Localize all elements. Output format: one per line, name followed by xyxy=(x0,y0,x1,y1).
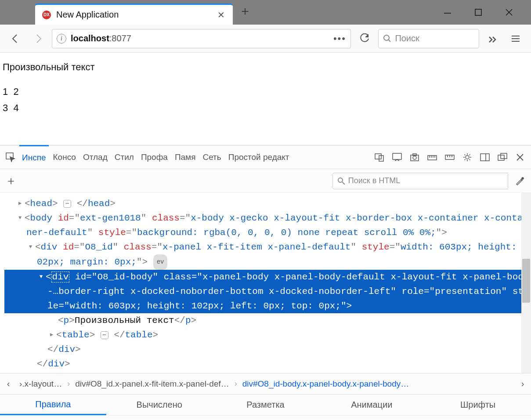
browser-search-box[interactable] xyxy=(378,29,479,48)
dom-node-div1-close[interactable]: </div> xyxy=(4,357,531,371)
svg-point-34 xyxy=(522,177,524,179)
browser-tab-strip: DX New Application ✕ ＋ xyxy=(0,0,439,25)
devtools-tab-inspector[interactable]: Инспе xyxy=(19,145,49,169)
search-icon xyxy=(383,34,390,43)
subtab-layout[interactable]: Разметка xyxy=(213,395,319,415)
window-maximize-button[interactable] xyxy=(470,4,487,21)
dom-tree[interactable]: ▶<head> ⋯ </head> ▼<body id="ext-gen1018… xyxy=(0,193,531,373)
disclosure-triangle-icon[interactable]: ▼ xyxy=(40,270,46,284)
breadcrumb-item-active[interactable]: div#O8_id-body.x-panel-body.x-panel-body… xyxy=(239,379,413,389)
new-tab-button[interactable]: ＋ xyxy=(233,3,257,22)
window-minimize-button[interactable] xyxy=(439,4,456,21)
breadcrumb-item[interactable]: ›.x-layout… xyxy=(16,379,65,389)
breadcrumb-item[interactable]: div#O8_id.x-panel.x-fit-item.x-panel-def… xyxy=(72,379,233,389)
nav-forward-button[interactable] xyxy=(29,29,47,48)
dom-node-div1[interactable]: ▼<div id="O8_id" class="x-panel x-fit-it… xyxy=(4,240,531,270)
disclosure-triangle-icon[interactable]: ▶ xyxy=(18,196,25,211)
svg-rect-10 xyxy=(375,154,381,159)
undock-window-icon[interactable] xyxy=(497,152,508,163)
tab-favicon-icon: DX xyxy=(42,11,51,19)
tab-title: New Application xyxy=(56,10,216,20)
settings-gear-icon[interactable] xyxy=(462,152,473,163)
html-search-box[interactable] xyxy=(332,173,508,189)
site-info-icon[interactable]: i xyxy=(57,34,66,43)
svg-rect-26 xyxy=(480,154,489,161)
devtools-panel: Инспе Консо Отлад Стил Профа Памя Сеть П… xyxy=(0,145,531,420)
responsive-mode-icon[interactable] xyxy=(374,152,385,163)
dock-side-icon[interactable] xyxy=(479,152,491,163)
event-badge[interactable]: ev xyxy=(153,254,168,270)
dom-node-div2-selected[interactable]: ▼<div id="O8_id-body" class="x-panel-bod… xyxy=(4,270,531,313)
page-table-row-1: 1 2 xyxy=(3,83,528,100)
devtools-tab-scratchpad[interactable]: Простой редакт xyxy=(226,145,292,169)
devtools-tab-style[interactable]: Стил xyxy=(112,145,137,169)
svg-rect-28 xyxy=(498,155,504,160)
dom-node-div2-close[interactable]: </div> xyxy=(4,342,531,357)
cell: 3 xyxy=(3,100,8,116)
dom-node-p[interactable]: <p>Произвольный текст</p> xyxy=(4,313,531,328)
page-paragraph: Произвольный текст xyxy=(3,62,528,73)
screenshot-icon[interactable] xyxy=(409,152,420,163)
browser-search-input[interactable] xyxy=(395,33,474,43)
chevron-right-icon: › xyxy=(235,379,237,388)
subtab-rules[interactable]: Правила xyxy=(0,395,106,415)
devtools-tab-debugger[interactable]: Отлад xyxy=(80,145,110,169)
iframe-select-icon[interactable] xyxy=(391,152,403,163)
browser-tab-active[interactable]: DX New Application ✕ xyxy=(35,4,233,25)
svg-rect-16 xyxy=(428,156,437,160)
scrollbar-track[interactable] xyxy=(521,193,531,373)
measure-icon[interactable] xyxy=(444,152,455,163)
browser-titlebar: DX New Application ✕ ＋ xyxy=(0,0,531,25)
devtools-close-icon[interactable] xyxy=(514,152,526,163)
svg-point-32 xyxy=(338,178,343,182)
tab-close-icon[interactable]: ✕ xyxy=(216,8,227,22)
app-menu-button[interactable] xyxy=(506,29,525,48)
svg-line-33 xyxy=(342,182,345,185)
disclosure-triangle-icon[interactable]: ▼ xyxy=(18,211,25,225)
url-text: localhost:8077 xyxy=(71,33,329,43)
overflow-chevrons-icon[interactable] xyxy=(484,29,502,48)
svg-rect-1 xyxy=(475,9,481,15)
styles-filter-bar[interactable] xyxy=(0,415,531,420)
page-actions-icon[interactable]: ••• xyxy=(333,33,346,44)
breadcrumb-scroll-left[interactable]: ‹ xyxy=(3,379,14,389)
breadcrumb-scroll-right[interactable]: › xyxy=(517,379,528,389)
devtools-toolbar-icons xyxy=(374,152,527,163)
nav-back-button[interactable] xyxy=(6,29,25,48)
html-search-input[interactable] xyxy=(348,176,503,185)
subtab-computed[interactable]: Вычислено xyxy=(106,395,213,415)
dom-node-body[interactable]: ▼<body id="ext-gen1018" class="x-body x-… xyxy=(4,211,531,240)
subtab-animations[interactable]: Анимации xyxy=(318,395,425,415)
eyedropper-icon[interactable] xyxy=(513,175,526,187)
add-node-button[interactable]: ＋ xyxy=(5,173,17,188)
styles-subtab-bar: Правила Вычислено Разметка Анимации Шриф… xyxy=(0,394,531,415)
devtools-tab-memory[interactable]: Памя xyxy=(172,145,199,169)
devtools-tab-network[interactable]: Сеть xyxy=(200,145,224,169)
svg-point-25 xyxy=(466,156,469,159)
devtools-tabs-row: Инспе Консо Отлад Стил Профа Памя Сеть П… xyxy=(0,145,531,169)
ellipsis-badge[interactable]: ⋯ xyxy=(101,331,108,339)
rulers-icon[interactable] xyxy=(426,152,438,163)
dom-node-table[interactable]: ▶<table> ⋯ </table> xyxy=(4,328,531,342)
element-picker-icon[interactable] xyxy=(4,150,18,164)
page-viewport: Произвольный текст 1 2 3 4 xyxy=(0,53,531,145)
svg-rect-12 xyxy=(393,153,401,159)
devtools-inspector-toolbar: ＋ xyxy=(0,169,531,193)
page-table-row-2: 3 4 xyxy=(3,100,528,116)
browser-navbar: i localhost:8077 ••• xyxy=(0,25,531,53)
disclosure-triangle-icon[interactable]: ▼ xyxy=(29,240,35,254)
svg-rect-29 xyxy=(501,153,507,159)
devtools-tab-profiler[interactable]: Профа xyxy=(138,145,170,169)
subtab-fonts[interactable]: Шрифты xyxy=(425,395,531,415)
devtools-tab-console[interactable]: Консо xyxy=(51,145,79,169)
ellipsis-badge[interactable]: ⋯ xyxy=(63,200,71,208)
dom-breadcrumb-bar: ‹ ›.x-layout… › div#O8_id.x-panel.x-fit-… xyxy=(0,373,531,394)
url-bar[interactable]: i localhost:8077 ••• xyxy=(52,29,351,48)
nav-reload-button[interactable] xyxy=(355,29,374,48)
search-icon xyxy=(337,177,345,185)
window-close-button[interactable] xyxy=(500,4,518,21)
scrollbar-thumb[interactable] xyxy=(522,259,530,303)
disclosure-triangle-icon[interactable]: ▶ xyxy=(50,328,56,342)
cell: 4 xyxy=(13,100,18,116)
dom-node-head[interactable]: ▶<head> ⋯ </head> xyxy=(4,196,531,211)
